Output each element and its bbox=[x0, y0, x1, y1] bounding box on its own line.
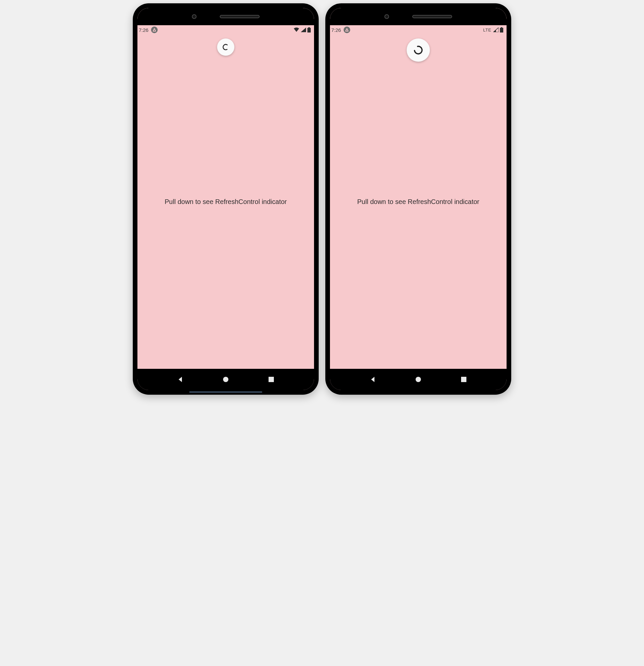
status-time: 7:26 bbox=[139, 27, 148, 33]
svg-rect-4 bbox=[269, 377, 274, 382]
nav-home-button[interactable] bbox=[219, 373, 232, 386]
hint-text: Pull down to see RefreshControl indicato… bbox=[357, 198, 479, 206]
screen: 7:26 LTE Pull down to se bbox=[330, 8, 507, 390]
status-time: 7:26 bbox=[331, 27, 341, 33]
hardware-top bbox=[330, 8, 507, 25]
scroll-view[interactable]: Pull down to see RefreshControl indicato… bbox=[137, 35, 314, 369]
wifi-icon bbox=[293, 28, 300, 32]
battery-icon bbox=[307, 27, 311, 33]
refresh-control-indicator bbox=[407, 38, 430, 62]
svg-point-8 bbox=[416, 377, 421, 382]
svg-point-2 bbox=[222, 43, 230, 51]
svg-rect-9 bbox=[461, 377, 467, 382]
earpiece-speaker bbox=[412, 15, 452, 18]
front-camera bbox=[192, 14, 197, 19]
android-nav-bar bbox=[330, 369, 507, 390]
network-type-label: LTE bbox=[483, 28, 491, 33]
nav-back-button[interactable] bbox=[174, 373, 187, 386]
nav-home-button[interactable] bbox=[412, 373, 425, 386]
status-bar: 7:26 LTE bbox=[330, 25, 507, 35]
svg-rect-6 bbox=[500, 28, 503, 33]
front-camera bbox=[385, 14, 389, 19]
device-frame-left: 7:26 bbox=[133, 3, 319, 395]
nav-back-button[interactable] bbox=[366, 373, 379, 386]
battery-icon bbox=[500, 27, 503, 33]
scroll-view[interactable]: Pull down to see RefreshControl indicato… bbox=[330, 35, 507, 369]
hardware-top bbox=[137, 8, 314, 25]
svg-point-3 bbox=[223, 377, 228, 382]
screen: 7:26 bbox=[137, 8, 314, 390]
svg-point-7 bbox=[414, 46, 423, 54]
home-indicator bbox=[189, 391, 262, 393]
hint-text: Pull down to see RefreshControl indicato… bbox=[165, 198, 287, 206]
svg-rect-0 bbox=[308, 27, 310, 28]
refresh-control-indicator bbox=[217, 38, 234, 56]
expo-badge-icon bbox=[151, 27, 158, 33]
nav-recent-button[interactable] bbox=[457, 373, 470, 386]
cellular-signal-icon bbox=[493, 28, 498, 32]
device-frame-right: 7:26 LTE Pull down to se bbox=[325, 3, 511, 395]
status-bar: 7:26 bbox=[137, 25, 314, 35]
earpiece-speaker bbox=[220, 15, 259, 18]
expo-badge-icon bbox=[343, 27, 350, 33]
android-nav-bar bbox=[137, 369, 314, 390]
svg-rect-1 bbox=[307, 28, 311, 33]
nav-recent-button[interactable] bbox=[265, 373, 278, 386]
cellular-signal-icon bbox=[301, 28, 306, 32]
svg-rect-5 bbox=[501, 27, 502, 28]
